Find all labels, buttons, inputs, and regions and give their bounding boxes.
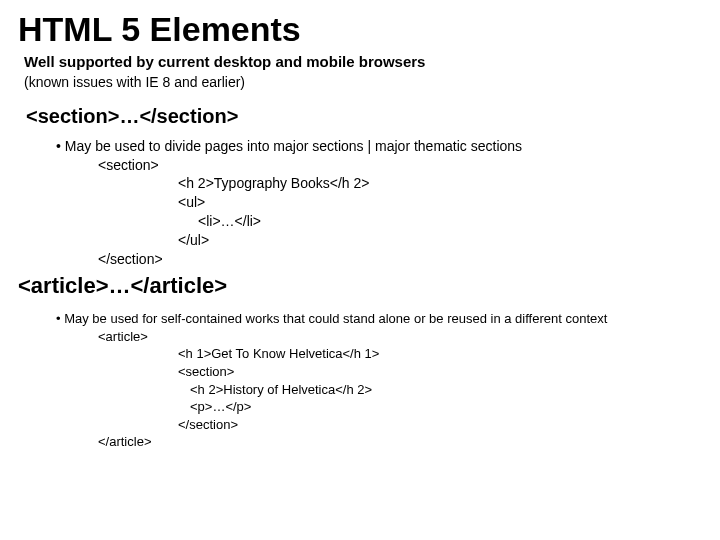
code-line: <article> (98, 328, 702, 346)
subtitle-line1: Well supported by current desktop and mo… (24, 53, 702, 72)
code-line: <section> (98, 156, 702, 175)
article-code-example: <article> <h 1>Get To Know Helvetica</h … (98, 328, 702, 451)
code-line: </section> (98, 250, 702, 269)
subtitle-line2: (known issues with IE 8 and earlier) (24, 74, 702, 91)
code-line: <ul> (98, 193, 702, 212)
code-line: <li>…</li> (98, 212, 702, 231)
code-line: <section> (98, 363, 702, 381)
code-line: </ul> (98, 231, 702, 250)
section-heading-section: <section>…</section> (26, 105, 702, 128)
code-line: </article> (98, 433, 702, 451)
code-line: </section> (98, 416, 702, 434)
code-line: <h 2>History of Helvetica</h 2> (98, 381, 702, 399)
section-bullet: • May be used to divide pages into major… (56, 138, 702, 154)
page-title: HTML 5 Elements (18, 10, 702, 49)
code-line: <p>…</p> (98, 398, 702, 416)
section-code-example: <section> <h 2>Typography Books</h 2> <u… (98, 156, 702, 269)
code-line: <h 1>Get To Know Helvetica</h 1> (98, 345, 702, 363)
code-line: <h 2>Typography Books</h 2> (98, 174, 702, 193)
section-heading-article: <article>…</article> (18, 273, 702, 299)
article-bullet: • May be used for self-contained works t… (56, 311, 702, 326)
